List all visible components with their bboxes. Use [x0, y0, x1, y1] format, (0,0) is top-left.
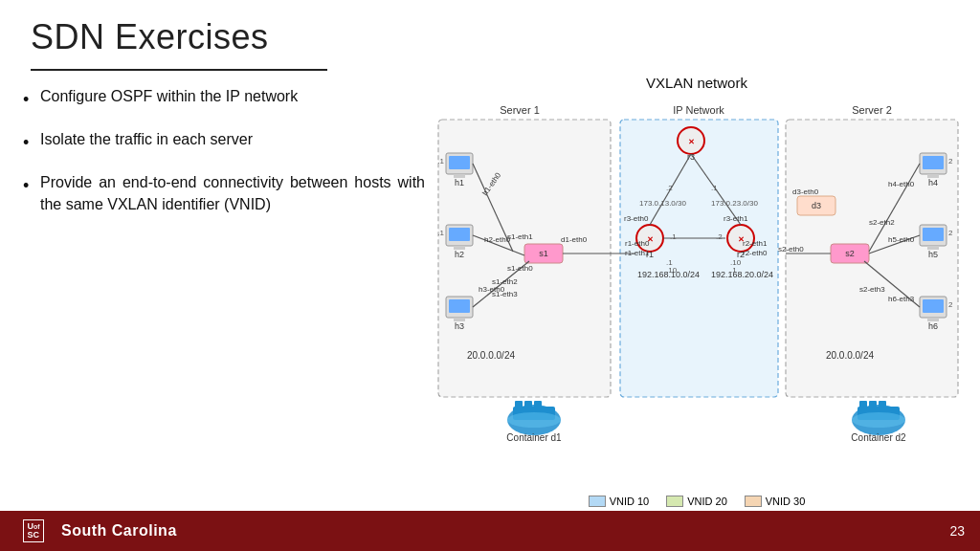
legend-vnid20-label: VNID 20	[687, 496, 727, 507]
svg-text:.1: .1	[730, 266, 737, 275]
svg-text:s2-eth2: s2-eth2	[869, 218, 895, 227]
svg-text:20.0.0.0/24: 20.0.0.0/24	[826, 350, 874, 361]
legend-vnid30-label: VNID 30	[766, 496, 806, 507]
svg-text:r2-eth1: r2-eth1	[743, 239, 768, 248]
svg-point-101	[507, 412, 561, 428]
svg-text:192.168.20.0/24: 192.168.20.0/24	[711, 270, 773, 279]
svg-text:d1-eth0: d1-eth0	[561, 235, 588, 244]
legend-vnid10-label: VNID 10	[610, 496, 650, 507]
legend-vnid20-box	[666, 496, 683, 507]
bullet-dot-3: •	[23, 174, 40, 198]
svg-text:r3-eth1: r3-eth1	[724, 214, 748, 223]
svg-text:h1: h1	[455, 178, 464, 187]
legend: VNID 10 VNID 20 VNID 30	[429, 496, 965, 507]
bullet-text-2: Isolate the traffic in each server	[40, 129, 425, 150]
slide-number: 23	[949, 523, 965, 539]
svg-text:s1-eth2: s1-eth2	[492, 277, 518, 286]
slide-title: SDN Exercises	[31, 17, 269, 57]
bullet-item-3: • Provide an end-to-end connectivity bet…	[23, 172, 425, 215]
network-diagram-svg: Server 1 IP Network Server 2 h1 .1 h2 .1	[429, 96, 965, 469]
svg-rect-98	[515, 401, 523, 408]
svg-text:20.0.0.0/24: 20.0.0.0/24	[467, 350, 515, 361]
svg-text:Container d2: Container d2	[851, 432, 906, 443]
uc-logo-text: Uof SC	[23, 519, 43, 542]
bottom-bar: Uof SC South Carolina 23	[0, 511, 980, 551]
bullet-list: • Configure OSPF within the IP network •…	[23, 86, 425, 232]
svg-rect-105	[859, 401, 867, 408]
svg-rect-100	[534, 401, 542, 408]
legend-vnid30: VNID 30	[745, 496, 806, 507]
svg-text:.1: .1	[437, 229, 444, 237]
bullet-text-1: Configure OSPF within the IP network	[40, 86, 425, 107]
svg-text:.10: .10	[666, 266, 678, 275]
svg-text:Server 1: Server 1	[500, 104, 540, 116]
university-name: South Carolina	[61, 522, 177, 540]
svg-text:h2: h2	[455, 250, 464, 259]
svg-point-108	[852, 412, 905, 428]
legend-vnid30-box	[745, 496, 762, 507]
svg-text:s1-eth1: s1-eth1	[507, 232, 533, 241]
svg-text:h5: h5	[928, 250, 938, 259]
svg-rect-17	[449, 299, 470, 313]
svg-text:d3-eth0: d3-eth0	[792, 187, 819, 196]
svg-text:h4-eth0: h4-eth0	[888, 180, 915, 188]
svg-text:2: 2	[948, 229, 953, 237]
svg-text:s2-eth3: s2-eth3	[859, 285, 885, 294]
uc-logo: Uof SC	[15, 517, 52, 545]
svg-text:Container d1: Container d1	[506, 432, 562, 443]
svg-text:h6: h6	[928, 321, 938, 331]
svg-rect-107	[879, 401, 886, 408]
svg-rect-99	[524, 401, 532, 408]
svg-text:173.0.23.0/30: 173.0.23.0/30	[711, 199, 758, 208]
svg-text:h5-eth0: h5-eth0	[888, 235, 915, 244]
legend-vnid10-box	[589, 496, 606, 507]
svg-rect-2	[620, 120, 778, 397]
title-underline	[31, 69, 327, 71]
diagram-title: VXLAN network	[429, 75, 965, 91]
legend-vnid20: VNID 20	[666, 496, 727, 507]
svg-text:.1: .1	[437, 157, 444, 165]
svg-rect-69	[923, 228, 944, 241]
svg-text:r1-eth0: r1-eth0	[625, 239, 650, 248]
svg-text:.1: .1	[711, 184, 718, 192]
bullet-item-1: • Configure OSPF within the IP network	[23, 86, 425, 112]
svg-rect-106	[869, 401, 877, 408]
svg-text:s2-eth0: s2-eth0	[778, 245, 804, 253]
svg-text:s1-eth0: s1-eth0	[507, 264, 533, 273]
svg-text:r2-eth0: r2-eth0	[743, 249, 768, 257]
svg-text:s2: s2	[845, 249, 855, 258]
svg-rect-64	[923, 156, 944, 169]
svg-text:.2: .2	[666, 184, 673, 192]
svg-rect-12	[449, 228, 470, 241]
svg-text:r3-eth0: r3-eth0	[624, 214, 649, 223]
legend-vnid10: VNID 10	[589, 496, 650, 507]
svg-text:2: 2	[948, 157, 953, 165]
svg-text:h3: h3	[455, 321, 464, 331]
svg-text:.2: .2	[716, 232, 723, 241]
vxlan-diagram: VXLAN network Server 1 IP Network Server…	[429, 75, 965, 515]
bullet-dot-1: •	[23, 88, 40, 112]
svg-text:✕: ✕	[688, 138, 695, 146]
svg-rect-7	[449, 156, 470, 169]
svg-text:h4: h4	[928, 178, 938, 187]
university-branding: Uof SC South Carolina	[15, 517, 177, 545]
svg-text:IP Network: IP Network	[673, 104, 724, 116]
svg-text:Server 2: Server 2	[852, 104, 892, 116]
bullet-text-3: Provide an end-to-end connectivity betwe…	[40, 172, 425, 215]
bullet-item-2: • Isolate the traffic in each server	[23, 129, 425, 155]
svg-text:s1: s1	[539, 249, 548, 258]
svg-text:s1-eth3: s1-eth3	[492, 290, 518, 298]
svg-text:173.0.13.0/30: 173.0.13.0/30	[639, 199, 686, 208]
bullet-dot-2: •	[23, 131, 40, 155]
svg-text:h6-eth3: h6-eth3	[888, 295, 915, 303]
svg-text:2: 2	[948, 300, 953, 309]
svg-rect-74	[923, 299, 944, 313]
svg-text:.1: .1	[670, 232, 677, 241]
svg-text:d3: d3	[812, 201, 821, 210]
